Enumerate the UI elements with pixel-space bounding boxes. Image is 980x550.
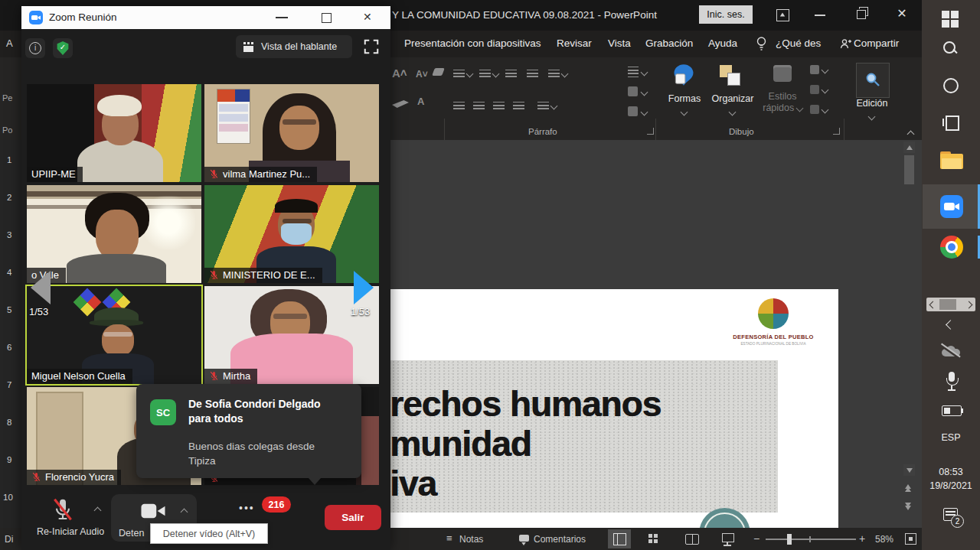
close-button[interactable]: ✕ [894,6,910,23]
search-icon[interactable] [943,41,959,57]
audio-button-label[interactable]: Re-Iniciar Audio [21,526,119,537]
numbering-icon[interactable] [479,70,491,78]
zoom-out-button[interactable]: − [753,532,760,545]
tab-revisar[interactable]: Revisar [557,37,592,49]
shape-outline-icon[interactable] [810,85,819,94]
file-explorer-icon[interactable] [940,151,963,170]
tab-vista[interactable]: Vista [608,37,631,49]
task-view-icon[interactable] [942,116,959,129]
fullscreen-icon[interactable] [363,38,380,55]
zoom-in-button[interactable]: + [859,532,865,545]
increase-indent-icon[interactable] [527,70,538,78]
decrease-indent-icon[interactable] [505,70,517,78]
columns-icon[interactable] [537,102,549,110]
parrafo-dialog-launcher[interactable] [647,128,654,135]
restore-button[interactable] [857,10,866,19]
shape-effects-icon[interactable] [810,105,819,114]
formas-button[interactable]: Formas [662,93,707,104]
align-center-icon[interactable] [473,102,485,110]
slide-canvas[interactable]: DEFENSORÍA DEL PUEBLO ESTADO PLURINACION… [387,289,838,550]
sign-in-button[interactable]: Inic. ses. [699,5,753,24]
clock-date[interactable]: 19/8/2021 [922,480,980,491]
slideshow-view-button[interactable] [722,533,734,542]
ribbon-display-options-icon[interactable] [776,9,789,21]
organizar-button[interactable]: Organizar [707,93,758,104]
taskbar-scroll-thumb[interactable] [939,299,956,310]
zoom-slider-thumb[interactable] [787,534,792,545]
unmute-mic-icon[interactable] [51,497,75,522]
pen-color-icon[interactable] [392,100,409,108]
audio-options-caret[interactable] [94,507,102,515]
comments-button[interactable]: Comentarios [534,534,586,545]
participant-tile[interactable]: o Vale [27,185,201,283]
microphone-tray-icon[interactable] [946,372,958,392]
edicion-box[interactable] [856,63,890,98]
previous-slide-button[interactable] [905,484,911,492]
encryption-button[interactable]: ✓ [53,38,73,58]
scrollbar-thumb[interactable] [904,155,914,184]
text-direction-icon[interactable] [628,67,639,79]
slide-thumbnail-panel[interactable]: 1 2 3 4 5 6 7 8 9 10 [0,140,21,528]
normal-view-button[interactable] [608,529,631,548]
align-right-icon[interactable] [493,102,505,110]
collapse-ribbon-icon[interactable] [907,131,915,138]
bullets-icon[interactable] [453,70,465,78]
edicion-label[interactable]: Edición [848,98,896,109]
align-left-icon[interactable] [453,102,465,110]
previous-page-arrow[interactable] [31,271,51,304]
slide-sorter-view-button[interactable] [648,534,658,544]
tab-presentacion-con-diapositivas[interactable]: Presentación con diapositivas [404,37,541,49]
clear-format-icon[interactable] [432,68,445,76]
zoom-level[interactable]: 58% [875,534,893,545]
leave-meeting-button[interactable]: Salir [325,505,381,530]
zoom-title-bar[interactable]: Zoom Reunión ✕ [21,6,390,30]
chrome-icon[interactable] [940,236,963,259]
align-text-icon[interactable] [628,86,638,96]
participant-tile[interactable]: vilma Martinez Pu... [204,84,379,182]
convert-smartart-icon[interactable] [628,106,638,116]
language-indicator[interactable]: ESP [922,432,980,443]
participant-tile-active-speaker[interactable]: Miguel Nelson Cuella [27,286,201,384]
meeting-info-button[interactable]: i [25,38,45,58]
action-center-icon[interactable]: 2 [943,508,965,528]
scroll-down-button[interactable] [903,464,915,476]
reading-view-button[interactable] [685,534,699,545]
notes-button[interactable]: Notas [459,534,483,545]
participant-tile[interactable]: Mirtha [204,286,379,384]
shape-fill-icon[interactable] [810,65,819,74]
font-color-icon[interactable]: A [417,96,424,107]
zoom-maximize-button[interactable] [322,13,332,23]
more-options-button[interactable]: ••• [239,502,255,514]
archivo-tab-partial[interactable]: A [0,31,21,57]
battery-tray-icon[interactable] [942,405,962,416]
scroll-up-button[interactable] [903,142,915,153]
font-grow-icon[interactable]: A˄ [392,67,407,80]
next-page-arrow[interactable] [354,271,374,304]
clock-time[interactable]: 08:53 [922,467,980,477]
minimize-button[interactable] [815,15,825,16]
zoom-minimize-button[interactable] [276,17,288,18]
justify-icon[interactable] [513,102,524,110]
hidden-icons-chevron[interactable] [946,320,956,330]
shapes-icon[interactable] [672,63,695,86]
font-shrink-icon[interactable]: A˅ [416,69,428,80]
zoom-slider-track[interactable] [766,539,856,540]
fit-slide-button[interactable] [905,533,916,545]
chat-notification[interactable]: SC De Sofia Condori Delgado para todos B… [136,384,361,478]
participant-tile[interactable]: UPIIP-ME [27,84,201,182]
start-button-icon[interactable] [942,11,959,28]
cortana-icon[interactable] [943,78,959,93]
video-options-caret[interactable] [181,509,188,516]
share-button[interactable]: Compartir [854,37,899,49]
line-spacing-icon[interactable] [548,70,560,78]
next-slide-button[interactable] [905,503,911,510]
tab-ayuda[interactable]: Ayuda [708,37,737,49]
zoom-taskbar-item-active[interactable] [923,184,980,229]
participant-tile[interactable]: MINISTERIO DE E... [204,185,379,283]
speaker-view-button[interactable]: Vista del hablante [236,35,352,58]
zoom-close-button[interactable]: ✕ [363,11,372,23]
tab-grabacion[interactable]: Grabación [645,37,693,49]
taskbar-scroll-control[interactable] [926,298,975,311]
tell-me-box[interactable]: ¿Qué des [776,37,826,49]
slide-scrollbar[interactable] [902,140,916,528]
